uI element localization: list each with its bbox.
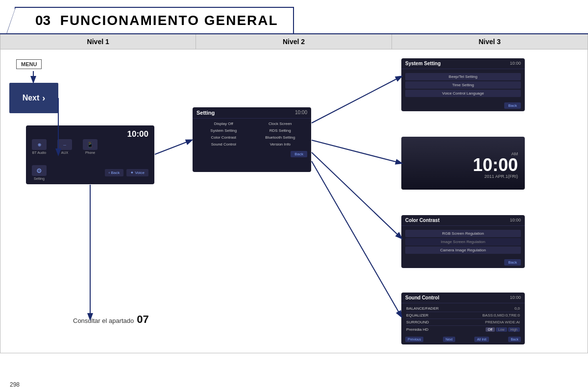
levels-bar: Nivel 1 Nivel 2 Nivel 3: [0, 34, 588, 49]
svg-line-8: [312, 161, 401, 317]
aux-icon: ⏤ AUX: [57, 139, 72, 154]
beep-tel-setting[interactable]: Beep/Tel Setting: [405, 73, 521, 80]
prem-low-btn[interactable]: Low: [496, 327, 507, 332]
svg-line-7: [312, 152, 401, 238]
menu-bluetooth-setting[interactable]: Bluetooth Setting: [252, 134, 309, 141]
all-init-button[interactable]: All Init: [474, 337, 489, 342]
l3-clock-screen: AM 10:00 2011 APR.1(FRI): [401, 137, 525, 190]
menu-button[interactable]: MENU: [16, 59, 42, 69]
next-button-sound[interactable]: Next: [443, 337, 455, 342]
camera-image-reg[interactable]: Camera Image Regulation: [405, 246, 521, 254]
menu-display-off[interactable]: Display Off: [196, 121, 252, 127]
menu-version-info[interactable]: Version Info: [252, 141, 309, 147]
consultar-text: Consultar el apartado 07: [73, 313, 149, 326]
setting-icon: ⚙ Setting: [32, 165, 47, 180]
l2-title: Setting: [196, 110, 215, 116]
l2-time: 10:00: [295, 110, 307, 116]
back-button-l1[interactable]: ‹ Back: [105, 169, 124, 176]
image-screen-reg[interactable]: Image Screen Regulation: [405, 238, 521, 245]
diagram-area: MENU Next › 10:00 ⎈ BT Audio ⏤ AUX 📱: [0, 49, 588, 353]
svg-line-6: [312, 140, 401, 163]
back-button-color[interactable]: Back: [504, 259, 521, 266]
l3-sound-control: Sound Control 10:00 BALANCE/FADER0,0 EQU…: [401, 293, 525, 344]
l3-sound-time: 10:00: [510, 295, 521, 300]
chapter-number: 03: [35, 13, 50, 28]
level2-header: Nivel 2: [196, 34, 392, 49]
level1-device: 10:00 ⎈ BT Audio ⏤ AUX 📱 Phone ⚙ Se: [26, 125, 154, 184]
l3-sys-time: 10:00: [510, 61, 521, 66]
svg-line-3: [155, 140, 192, 154]
consultar-number: 07: [137, 313, 148, 326]
svg-line-5: [312, 76, 401, 123]
surround-label: SURROUND: [406, 320, 429, 324]
back-button-sys[interactable]: Back: [504, 102, 521, 109]
phone-icon: 📱 Phone: [83, 139, 98, 154]
balance-value: 0,0: [514, 306, 520, 311]
l3-sys-title: System Setting: [405, 61, 441, 66]
back-button-l2[interactable]: Back: [291, 151, 307, 157]
l3-sound-title: Sound Control: [405, 295, 439, 300]
page-title: FUNCIONAMIENTO GENERAL: [60, 13, 278, 28]
menu-sound-control[interactable]: Sound Control: [196, 141, 252, 147]
level1-header: Nivel 1: [0, 34, 196, 49]
menu-color-contrast[interactable]: Color Contrast: [196, 134, 252, 141]
rgb-screen-reg[interactable]: RGB Screen Regulation: [405, 230, 521, 237]
next-button[interactable]: Next ›: [9, 83, 58, 113]
time-setting[interactable]: Time Setting: [405, 81, 521, 89]
level3-header: Nivel 3: [392, 34, 588, 49]
l3-color-contrast: Color Contrast 10:00 RGB Screen Regulati…: [401, 215, 525, 268]
previous-button[interactable]: Previous: [405, 337, 423, 342]
page-number: 298: [10, 381, 20, 388]
menu-system-setting[interactable]: System Setting: [196, 127, 252, 134]
voice-control-language[interactable]: Voice Control Language: [405, 90, 521, 97]
l3-color-title: Color Contrast: [405, 218, 440, 223]
prem-off-btn[interactable]: Off: [486, 327, 495, 332]
voice-button-l1[interactable]: ✦ Voice: [126, 169, 148, 176]
equalizer-value: BASS:0,MID:0,TRE:0: [483, 313, 520, 318]
l1-time: 10:00: [127, 129, 148, 139]
prem-high-btn[interactable]: High: [508, 327, 520, 332]
level2-device: Setting 10:00 Display Off Clock Screen S…: [193, 107, 311, 172]
next-label: Next: [23, 94, 40, 102]
clock-date: 2011 APR.1(FRI): [484, 174, 518, 179]
bt-audio-icon: ⎈ BT Audio: [32, 139, 47, 154]
l3-system-setting: System Setting 10:00 Beep/Tel Setting Ti…: [401, 58, 525, 111]
menu-rds-setting[interactable]: RDS Setting: [252, 127, 309, 134]
back-button-sound[interactable]: Back: [508, 337, 521, 342]
premidia-label: Premidia HD: [406, 327, 428, 332]
equalizer-label: EQUALIZER: [406, 313, 428, 318]
next-chevron-icon: ›: [42, 93, 45, 103]
surround-value: PREMIDIA WIDE:AI: [485, 320, 520, 324]
menu-clock-screen[interactable]: Clock Screen: [252, 121, 309, 127]
l3-color-time: 10:00: [510, 218, 521, 223]
clock-time: 10:00: [473, 156, 518, 174]
balance-label: BALANCE/FADER: [406, 306, 439, 311]
